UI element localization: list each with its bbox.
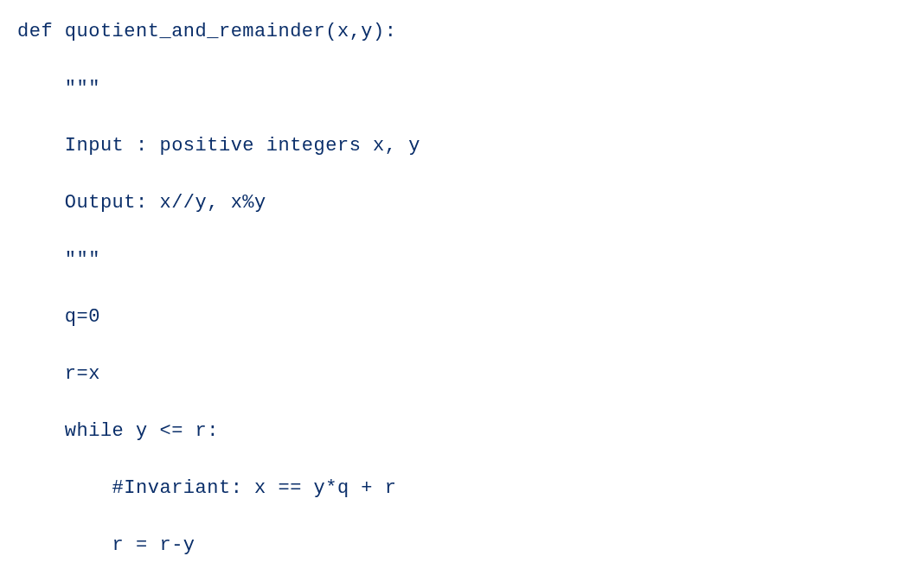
code-line: r=x: [17, 360, 880, 388]
code-line: while y <= r:: [17, 417, 880, 445]
code-line: def quotient_and_remainder(x,y):: [17, 17, 880, 46]
code-line: """: [17, 246, 880, 274]
code-line: r = r-y: [17, 531, 880, 559]
code-line: """: [17, 74, 880, 103]
code-line: Output: x//y, x%y: [17, 189, 880, 217]
code-block: def quotient_and_remainder(x,y): """ Inp…: [17, 17, 880, 588]
code-line: Input : positive integers x, y: [17, 131, 880, 160]
code-line: #Invariant: x == y*q + r: [17, 474, 880, 502]
code-line: q=0: [17, 303, 880, 331]
